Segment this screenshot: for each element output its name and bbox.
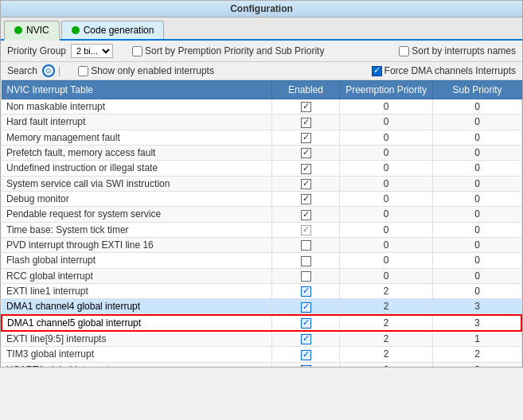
enabled-checkbox[interactable] bbox=[301, 133, 311, 143]
sub-priority: 0 bbox=[433, 207, 521, 222]
interrupt-enabled[interactable] bbox=[272, 130, 340, 145]
table-row[interactable]: System service call via SWI instruction0… bbox=[2, 176, 521, 191]
preemption-priority: 0 bbox=[339, 268, 433, 283]
sub-priority: 0 bbox=[433, 268, 521, 283]
table-row[interactable]: Flash global interrupt00 bbox=[2, 253, 521, 268]
sort-preemption-label[interactable]: Sort by Premption Priority and Sub Prior… bbox=[132, 45, 324, 56]
table-container[interactable]: NVIC Interrupt Table Enabled Preemption … bbox=[1, 80, 522, 367]
table-row[interactable]: PVD interrupt through EXTI line 1600 bbox=[2, 237, 521, 252]
interrupt-enabled[interactable] bbox=[272, 299, 340, 315]
interrupt-name: Undefined instruction or illegal state bbox=[2, 161, 272, 176]
sub-priority: 1 bbox=[433, 331, 521, 347]
interrupt-enabled[interactable] bbox=[272, 115, 340, 130]
table-row[interactable]: EXTI line[9:5] interrupts21 bbox=[2, 331, 521, 347]
preemption-priority: 0 bbox=[339, 130, 433, 145]
table-row[interactable]: EXTI line1 interrupt20 bbox=[2, 283, 521, 298]
enabled-checkbox[interactable] bbox=[301, 210, 311, 220]
enabled-checkbox[interactable] bbox=[301, 102, 311, 112]
enabled-checkbox[interactable] bbox=[301, 334, 311, 344]
interrupt-enabled[interactable] bbox=[272, 207, 340, 222]
interrupt-enabled[interactable] bbox=[272, 161, 340, 176]
table-row[interactable]: Prefetch fault, memory access fault00 bbox=[2, 145, 521, 160]
preemption-priority: 0 bbox=[339, 99, 433, 115]
force-dma-label[interactable]: Force DMA channels Interrupts bbox=[372, 65, 516, 76]
sub-priority: 0 bbox=[433, 253, 521, 268]
enabled-checkbox[interactable] bbox=[301, 225, 311, 235]
sort-interrupts-checkbox[interactable] bbox=[399, 46, 409, 56]
interrupt-enabled[interactable] bbox=[272, 145, 340, 160]
interrupt-name: DMA1 channel5 global interrupt bbox=[2, 315, 272, 331]
table-row[interactable]: RCC global interrupt00 bbox=[2, 268, 521, 283]
enabled-checkbox[interactable] bbox=[301, 240, 311, 251]
table-row[interactable]: DMA1 channel5 global interrupt23 bbox=[2, 315, 521, 331]
table-row[interactable]: Pendable request for system service00 bbox=[2, 207, 521, 222]
sort-preemption-checkbox[interactable] bbox=[132, 46, 142, 56]
table-row[interactable]: USART1 global interrupt23 bbox=[2, 362, 521, 367]
interrupt-enabled[interactable] bbox=[272, 237, 340, 252]
show-only-enabled-checkbox[interactable] bbox=[78, 66, 88, 76]
enabled-checkbox[interactable] bbox=[301, 118, 311, 128]
table-row[interactable]: Time base: System tick timer00 bbox=[2, 222, 521, 237]
enabled-checkbox[interactable] bbox=[301, 148, 311, 158]
tab-nvic[interactable]: NVIC bbox=[4, 21, 60, 41]
sub-priority: 3 bbox=[433, 299, 521, 315]
col-header-sub: Sub Priority bbox=[433, 81, 521, 99]
show-only-enabled-label[interactable]: Show only enabled interrupts bbox=[78, 65, 214, 76]
interrupt-enabled[interactable] bbox=[272, 222, 340, 237]
interrupt-name: Memory management fault bbox=[2, 130, 272, 145]
enabled-checkbox[interactable] bbox=[301, 271, 311, 282]
preemption-priority: 2 bbox=[339, 331, 433, 347]
sort-interrupts-label[interactable]: Sort by interrupts names bbox=[399, 45, 516, 56]
sub-priority: 0 bbox=[433, 237, 521, 252]
preemption-priority: 2 bbox=[339, 315, 433, 331]
window-title: Configuration bbox=[230, 3, 293, 14]
interrupt-enabled[interactable] bbox=[272, 283, 340, 298]
search-label: Search bbox=[7, 65, 37, 76]
tab-code-generation[interactable]: Code generation bbox=[61, 21, 165, 39]
interrupt-name: Prefetch fault, memory access fault bbox=[2, 145, 272, 160]
sub-priority: 0 bbox=[433, 283, 521, 298]
enabled-checkbox[interactable] bbox=[301, 365, 311, 367]
interrupt-enabled[interactable] bbox=[272, 362, 340, 367]
interrupt-enabled[interactable] bbox=[272, 176, 340, 191]
sub-priority: 3 bbox=[433, 362, 521, 367]
enabled-checkbox[interactable] bbox=[301, 194, 311, 204]
interrupt-enabled[interactable] bbox=[272, 331, 340, 347]
interrupt-enabled[interactable] bbox=[272, 253, 340, 268]
search-separator: | bbox=[58, 65, 60, 76]
table-row[interactable]: Memory management fault00 bbox=[2, 130, 521, 145]
enabled-checkbox[interactable] bbox=[301, 302, 311, 313]
enabled-checkbox[interactable] bbox=[301, 179, 311, 189]
enabled-checkbox[interactable] bbox=[301, 350, 311, 360]
preemption-priority: 0 bbox=[339, 161, 433, 176]
preemption-priority: 0 bbox=[339, 176, 433, 191]
enabled-checkbox[interactable] bbox=[301, 318, 311, 329]
sub-priority: 0 bbox=[433, 191, 521, 206]
search-row: Search ⊙ | Show only enabled interrupts … bbox=[1, 62, 522, 80]
preemption-priority: 0 bbox=[339, 115, 433, 130]
col-header-interrupt: NVIC Interrupt Table bbox=[2, 81, 272, 99]
table-row[interactable]: Hard fault interrupt00 bbox=[2, 115, 521, 130]
search-icon[interactable]: ⊙ bbox=[42, 64, 55, 77]
priority-group-select[interactable]: 2 bi... bbox=[71, 44, 113, 58]
force-dma-checkbox[interactable] bbox=[372, 66, 382, 76]
table-row[interactable]: TIM3 global interrupt22 bbox=[2, 347, 521, 362]
interrupt-enabled[interactable] bbox=[272, 191, 340, 206]
interrupt-enabled[interactable] bbox=[272, 315, 340, 331]
enabled-checkbox[interactable] bbox=[301, 256, 311, 266]
table-row[interactable]: Undefined instruction or illegal state00 bbox=[2, 161, 521, 176]
interrupt-enabled[interactable] bbox=[272, 268, 340, 283]
sub-priority: 0 bbox=[433, 99, 521, 115]
preemption-priority: 2 bbox=[339, 347, 433, 362]
enabled-checkbox[interactable] bbox=[301, 286, 311, 297]
interrupt-enabled[interactable] bbox=[272, 99, 340, 115]
table-row[interactable]: DMA1 channel4 global interrupt23 bbox=[2, 299, 521, 315]
interrupt-name: Pendable request for system service bbox=[2, 207, 272, 222]
sub-priority: 0 bbox=[433, 130, 521, 145]
sub-priority: 0 bbox=[433, 115, 521, 130]
interrupt-enabled[interactable] bbox=[272, 347, 340, 362]
table-row[interactable]: Debug monitor00 bbox=[2, 191, 521, 206]
table-row[interactable]: Non maskable interrupt00 bbox=[2, 99, 521, 115]
col-header-enabled: Enabled bbox=[272, 81, 340, 99]
enabled-checkbox[interactable] bbox=[301, 164, 311, 174]
